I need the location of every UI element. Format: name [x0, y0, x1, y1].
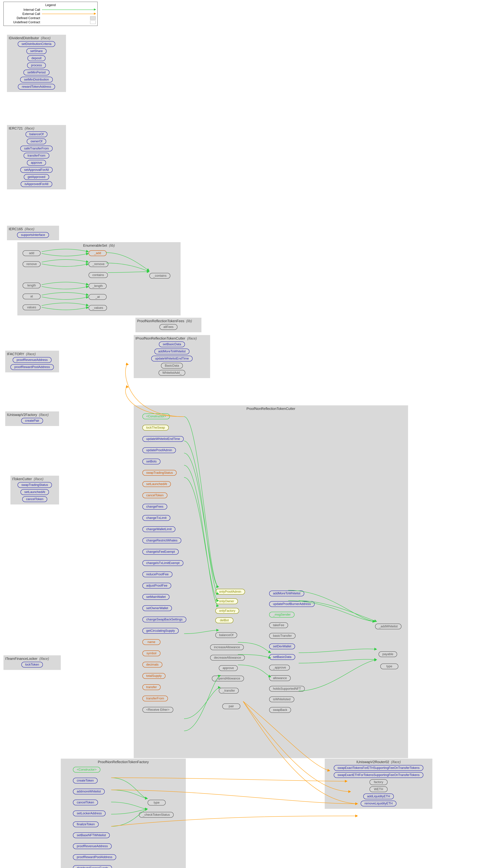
node-takefee: takeFee — [269, 622, 288, 628]
cluster-title: ITokenCutter — [12, 477, 32, 481]
node-process: process — [27, 62, 46, 68]
node-constructor: <Constructor> — [73, 767, 100, 773]
node-setapprovalforall: setApprovalForAll — [20, 167, 53, 173]
node-locktoken: lockToken — [21, 662, 43, 668]
node-swapexacttokensforethsupportingfeeontransfertokens: swapExactTokensForETHSupportingFeeOnTran… — [334, 765, 423, 771]
node-removeliquidityeth: removeLiquidityETH — [361, 801, 396, 806]
node-name: name — [142, 639, 160, 645]
node-supportsinterface: supportsInterface — [17, 232, 49, 238]
node-getcirculatingsupply: getCirculatingSupply — [142, 628, 179, 633]
node-approve: approve — [27, 160, 46, 166]
legend-row-external: External Call — [5, 12, 96, 16]
node-factory: factory — [369, 779, 388, 785]
node-isapprovedforall: isApprovedForAll — [21, 181, 52, 187]
node-setlaunchedat: setLaunchedAt — [142, 481, 171, 487]
node-payable-pnrtc: payable — [379, 651, 397, 657]
legend-row-internal: Internal Call — [5, 8, 96, 12]
node-addmoretowhitelist: addMoreToWhitelist — [154, 349, 189, 354]
node-getapproved: getApproved — [24, 174, 49, 180]
node-setlaunchedat: setLaunchedAt — [21, 489, 49, 495]
node-locktheswap: lockTheSwap — [142, 425, 169, 431]
node-add: add — [23, 250, 41, 256]
node-canceltoken: cancelToken — [73, 800, 98, 805]
cluster-title: ProofNonReflectionTokenCutter — [246, 407, 295, 410]
cluster-pnrtf: ProofNonReflectionTokenFactory <Construc… — [61, 758, 186, 868]
node-addWhitelist: _addWhitelist — [375, 624, 401, 629]
cluster-iteamlocker: ITeamFinanceLocker (iface) lockToken — [3, 655, 61, 670]
node-updatewhitelistendtime: updateWhitelistEndTime — [142, 436, 184, 442]
node-_remove: _remove — [89, 261, 108, 267]
node-decimals: decimals — [142, 662, 162, 668]
cluster-title: IERC721 — [9, 126, 23, 130]
node-addmorewhitelist: addmoreWhitelist — [73, 789, 105, 795]
cluster-pnrtfees: ProofNonReflectionTokenFees (lib) allFee… — [136, 318, 202, 332]
node-changefees: changeFees — [142, 504, 167, 509]
node-basicdata: BasicData — [161, 363, 183, 369]
node-_values: _values — [89, 305, 107, 311]
node-ownerof: ownerOf — [27, 138, 46, 144]
node-_msgsender: _msgSender — [269, 612, 295, 618]
cluster-ierc721: IERC721 (iface) balanceOfownerOfsafeTran… — [7, 125, 66, 189]
cluster-title: IUniswapV2Factory — [7, 413, 37, 416]
node-balanceof: balanceOf — [26, 131, 48, 137]
node-totalsupply: totalSupply — [142, 673, 166, 679]
node-approve-inner: approve — [219, 665, 238, 671]
node-length: length — [23, 283, 41, 288]
node-setownerwallet: setOwnerWallet — [142, 606, 172, 611]
node-distributeexcessfunds: distributeExcessFunds — [73, 865, 112, 868]
node-changeswapbacksettings: changeSwapBackSettings — [142, 617, 186, 622]
node-swaptradingstatus: swapTradingStatus — [142, 470, 177, 476]
cluster-title: ProofNonReflectionTokenFactory — [98, 760, 149, 764]
node-setminperiod: setMinPeriod — [24, 70, 49, 75]
node-changewalletlimit: changeWalletLimit — [142, 526, 175, 532]
node-at: at — [23, 293, 41, 299]
node-weth: WETH — [369, 786, 388, 792]
cluster-ierc165: IERC165 (iface) supportsInterface — [7, 226, 59, 240]
legend-title: Legend — [5, 3, 96, 7]
node-changeistxlimitexempt: changeIsTxLimitExempt — [142, 560, 183, 566]
node-type-pnrtc: type — [380, 663, 398, 669]
node-proofrevenueaddress: proofRevenueAddress — [73, 843, 112, 849]
node-holdssupportednft: holdsSupportedNFT — [269, 686, 305, 692]
node-deposit: deposit — [27, 55, 46, 61]
node-contains: contains — [89, 272, 108, 278]
node-checkTokenStatus: _checkTokenStatus — [139, 812, 174, 818]
legend: Legend Internal Call External Call Defin… — [3, 2, 97, 26]
node-onlyproofadmin: onlyProofAdmin — [215, 589, 245, 595]
node-finalizetoken: finalizeToken — [73, 822, 99, 827]
node-updateproofadmin: updateProofAdmin — [142, 447, 176, 453]
node-setbasenftwhitelist: setBaseNFTWhitelist — [73, 832, 110, 838]
node-setbots: setBots — [142, 459, 160, 464]
cluster-title: IFACTORY — [7, 352, 24, 356]
node-setdevwallet: setDevWallet — [269, 644, 295, 649]
node-delbot: delBot — [215, 618, 233, 623]
node-setmainwallet: setMainWallet — [142, 594, 170, 600]
node-_add: _add — [89, 250, 107, 256]
node-transferfrom: transferFrom — [142, 695, 168, 701]
node-setshare: setShare — [26, 48, 47, 54]
cluster-title: IProofNonReflectionTokenCutter — [136, 336, 185, 340]
cluster-itokencutter: ITokenCutter (iface) swapTradingStatusse… — [10, 476, 59, 504]
node-constructor: <Constructor> — [142, 413, 170, 419]
legend-row-undefined: Undefined Contract — [5, 20, 96, 24]
node-changetxlimit: changeTxLimit — [142, 515, 170, 521]
node-proofrewardpooladdress: proofRewardPoolAddress — [10, 364, 54, 370]
node-canceltoken: cancelToken — [22, 496, 47, 502]
node-changeisfeeexempt: changeIsFeeExempt — [142, 549, 179, 555]
cluster-ipnrtc: IProofNonReflectionTokenCutter (iface) s… — [134, 335, 210, 378]
node-proofrewardpooladdress: proofRewardPoolAddress — [73, 854, 116, 860]
node-decreaseAllowance: decreaseAllowance — [210, 655, 245, 660]
node-increaseAllowance: increaseAllowance — [210, 644, 244, 650]
node-transfer-inner: _transfer — [219, 688, 239, 693]
node-reduceprooffee: reduceProofFee — [142, 571, 173, 577]
cluster-idividend: IDividendDistributor (iface) setDistribu… — [7, 35, 66, 92]
node-remove: remove — [23, 261, 41, 267]
node-addliquidityeth: addLiquidityETH — [363, 794, 394, 799]
cluster-ifactory: IFACTORY (iface) proofRevenueAddressproo… — [5, 351, 59, 372]
node-setdistributioncriteria: setDistributionCriteria — [18, 41, 55, 47]
cluster-pnrtc: ProofNonReflectionTokenCutter <Construct… — [134, 405, 408, 758]
node-swapback: swapBack — [269, 707, 291, 713]
node-adjustprooffee: adjustProofFee — [142, 583, 171, 589]
node-allfees: allFees — [159, 324, 177, 330]
node-swaptradingstatus: swapTradingStatus — [18, 482, 52, 488]
